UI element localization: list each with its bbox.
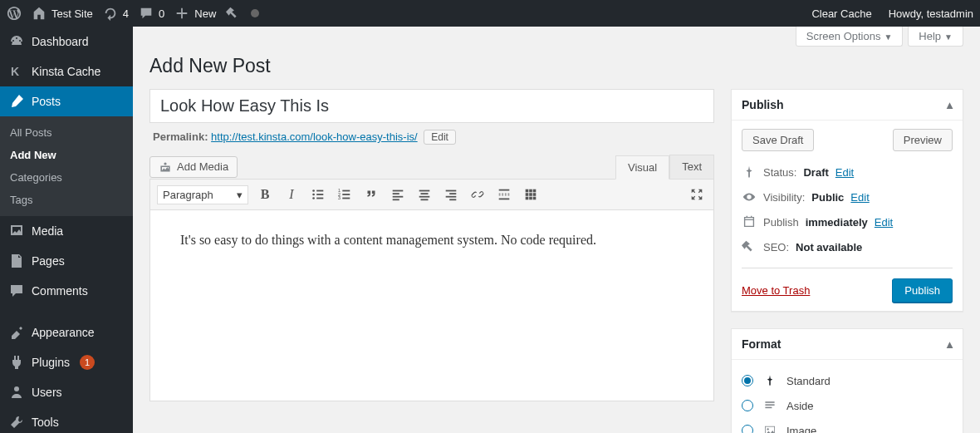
status-edit-link[interactable]: Edit (835, 166, 854, 179)
svg-rect-35 (529, 197, 532, 200)
editor-tabs: Visual Text (615, 155, 714, 179)
screen-options-button[interactable]: Screen Options▼ (796, 27, 904, 47)
svg-rect-21 (446, 190, 457, 192)
format-box-header[interactable]: Format▴ (732, 329, 963, 360)
format-option-standard[interactable]: Standard (742, 368, 953, 393)
add-media-button[interactable]: Add Media (149, 156, 238, 178)
permalink-link[interactable]: http://test.kinsta.com/look-how-easy-thi… (211, 130, 418, 143)
site-name-link[interactable]: Test Site (32, 6, 93, 21)
svg-rect-18 (421, 193, 429, 194)
sidebar-subitem-add-new[interactable]: Add New (0, 144, 133, 166)
svg-rect-4 (316, 194, 323, 195)
seo-icon (742, 239, 757, 254)
sidebar-item-tools[interactable]: Tools (0, 407, 133, 433)
svg-rect-10 (342, 194, 350, 195)
svg-rect-33 (533, 193, 537, 196)
align-right-button[interactable] (441, 185, 461, 204)
editor-body[interactable]: It's so easy to do things with a content… (149, 210, 714, 401)
sidebar-subitem-all-posts[interactable]: All Posts (0, 121, 133, 144)
sidebar-item-kinsta-cache[interactable]: KKinsta Cache (0, 57, 133, 86)
tab-text[interactable]: Text (669, 155, 714, 179)
svg-rect-27 (499, 199, 510, 200)
svg-rect-6 (316, 198, 323, 199)
svg-rect-12 (342, 198, 350, 199)
seo-row: SEO: Not available (742, 234, 953, 259)
format-option-aside[interactable]: Aside (742, 393, 953, 418)
svg-text:3: 3 (338, 195, 341, 200)
bullet-list-button[interactable] (308, 185, 328, 204)
read-more-button[interactable] (494, 185, 514, 204)
visibility-edit-link[interactable]: Edit (850, 191, 869, 204)
clear-cache-link[interactable]: Clear Cache (811, 7, 871, 20)
svg-rect-26 (499, 194, 510, 195)
sidebar-item-appearance[interactable]: Appearance (0, 317, 133, 347)
svg-rect-31 (526, 193, 529, 196)
svg-rect-34 (526, 197, 529, 200)
preview-button[interactable]: Preview (893, 129, 953, 151)
svg-rect-25 (499, 189, 510, 191)
post-content-text: It's so easy to do things with a content… (180, 230, 684, 251)
permalink-edit-button[interactable]: Edit (424, 130, 456, 145)
svg-rect-15 (393, 196, 404, 198)
account-link[interactable]: Howdy, testadmin (889, 7, 973, 20)
comments-count: 0 (159, 7, 164, 20)
link-button[interactable] (468, 185, 488, 204)
page-title: Add New Post (149, 55, 963, 77)
pushpin-icon (762, 372, 778, 389)
permalink-label: Permalink: (153, 130, 208, 143)
align-left-button[interactable] (388, 185, 408, 204)
publish-date-edit-link[interactable]: Edit (875, 216, 893, 229)
svg-rect-23 (446, 196, 457, 198)
updates-link[interactable]: 4 (103, 6, 129, 21)
permalink-row: Permalink: http://test.kinsta.com/look-h… (149, 123, 714, 155)
svg-rect-36 (533, 197, 537, 200)
help-button[interactable]: Help▼ (908, 27, 963, 47)
fullscreen-button[interactable] (687, 185, 707, 204)
admin-sidebar: Dashboard KKinsta Cache Posts All Posts … (0, 27, 133, 433)
format-option-image[interactable]: Image (742, 418, 953, 433)
comments-link[interactable]: 0 (139, 6, 164, 21)
wp-logo[interactable] (7, 6, 22, 21)
chevron-up-icon: ▴ (947, 337, 953, 351)
tab-visual[interactable]: Visual (615, 155, 669, 180)
bold-button[interactable]: B (255, 185, 275, 204)
italic-button[interactable]: I (282, 185, 301, 204)
toolbar-toggle-button[interactable] (521, 185, 541, 204)
sidebar-subitem-categories[interactable]: Categories (0, 166, 133, 189)
sidebar-item-plugins[interactable]: Plugins1 (0, 347, 133, 377)
radio-unchecked-icon (742, 425, 753, 433)
post-title-input[interactable] (149, 89, 714, 123)
radio-unchecked-icon (742, 400, 753, 411)
sidebar-item-media[interactable]: Media (0, 216, 133, 246)
format-box: Format▴ Standard Aside (731, 328, 963, 433)
new-content-link[interactable]: New (174, 6, 216, 21)
save-draft-button[interactable]: Save Draft (742, 129, 814, 151)
move-to-trash-link[interactable]: Move to Trash (742, 284, 810, 297)
seo-indicator[interactable] (226, 6, 241, 21)
sidebar-item-comments[interactable]: Comments (0, 276, 133, 306)
sidebar-item-posts[interactable]: Posts (0, 86, 133, 116)
svg-rect-17 (419, 190, 430, 192)
svg-rect-19 (419, 196, 430, 198)
status-dot[interactable] (251, 9, 259, 17)
admin-bar: Test Site 4 0 New Clear Cache Howdy, tes… (0, 0, 980, 27)
blockquote-button[interactable] (361, 185, 381, 204)
svg-rect-8 (342, 190, 350, 192)
svg-point-41 (767, 428, 768, 430)
image-icon (762, 422, 778, 433)
sidebar-subitem-tags[interactable]: Tags (0, 189, 133, 211)
svg-rect-30 (533, 189, 537, 193)
publish-button[interactable]: Publish (892, 278, 953, 303)
publish-box: Publish▴ Save Draft Preview Status: Draf… (731, 89, 963, 312)
sidebar-item-users[interactable]: Users (0, 377, 133, 407)
updates-count: 4 (123, 7, 129, 20)
publish-box-header[interactable]: Publish▴ (732, 90, 963, 121)
format-select[interactable]: Paragraph▾ (157, 185, 248, 204)
sidebar-item-pages[interactable]: Pages (0, 246, 133, 276)
sidebar-item-dashboard[interactable]: Dashboard (0, 27, 133, 57)
svg-point-3 (312, 194, 315, 196)
align-center-button[interactable] (414, 185, 434, 204)
numbered-list-button[interactable]: 123 (335, 185, 355, 204)
svg-rect-39 (765, 407, 772, 409)
eye-icon (742, 189, 757, 204)
